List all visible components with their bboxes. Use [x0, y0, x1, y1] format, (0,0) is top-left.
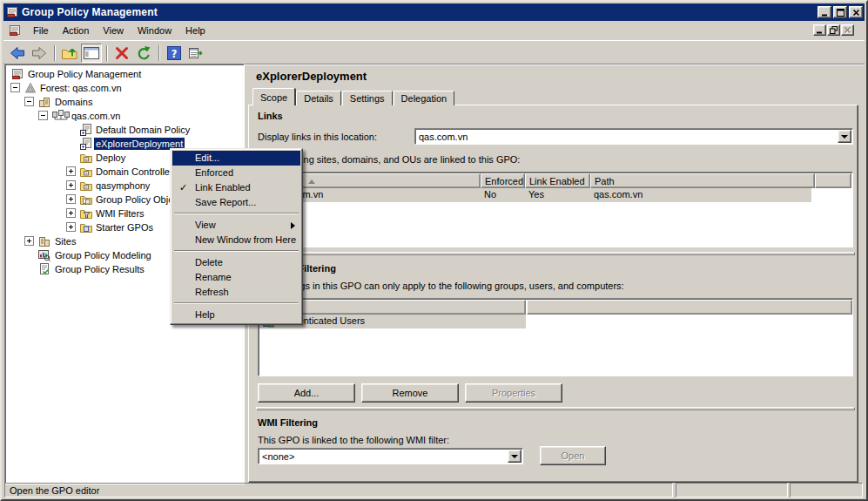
wmi-filter-combobox[interactable]: <none> — [258, 448, 523, 464]
ou-folder-icon — [80, 152, 92, 164]
show-console-tree-button[interactable] — [81, 44, 102, 63]
links-column-header-path[interactable]: Path — [590, 173, 815, 188]
menu-window[interactable]: Window — [131, 23, 178, 38]
menu-file[interactable]: File — [26, 23, 56, 38]
close-window-button[interactable] — [849, 6, 863, 18]
tree-item-forest-qas-com-vn[interactable]: Forest: qas.com.vn — [5, 81, 244, 95]
delete-icon — [113, 44, 131, 62]
toolbar-separator — [106, 45, 108, 61]
toolbar: ? — [3, 42, 865, 64]
links-cell: No — [484, 189, 496, 200]
expand-icon[interactable] — [66, 194, 76, 204]
context-menu-item-enforced[interactable]: Enforced — [172, 166, 300, 180]
ou-folder-icon — [80, 179, 92, 192]
up-one-level-button[interactable] — [59, 44, 80, 63]
expand-icon[interactable] — [24, 236, 34, 246]
links-column-header-enforced[interactable]: Enforced — [481, 173, 525, 188]
context-menu-item-link-enabled[interactable]: Link Enabled✓ — [172, 180, 300, 195]
add-button[interactable]: Add... — [258, 383, 355, 403]
context-menu-item-refresh[interactable]: Refresh — [172, 285, 300, 300]
gpo-folder-icon — [80, 193, 92, 206]
ou-folder-icon — [80, 166, 92, 178]
collapse-icon[interactable] — [10, 83, 20, 92]
details-pane: eXplorerDeployment ScopeDetailsSettingsD… — [246, 64, 864, 484]
context-menu-item-view[interactable]: View — [172, 218, 300, 233]
refresh-button[interactable] — [133, 44, 154, 63]
maximize-window-button[interactable] — [833, 6, 847, 18]
tab-scope[interactable]: Scope — [252, 88, 295, 105]
links-table-row[interactable]: qas.com.vnNoYesqas.com.vn — [259, 188, 851, 202]
title-bar[interactable]: Group Policy Management — [3, 3, 865, 21]
export-list-button[interactable] — [185, 44, 206, 63]
expand-icon[interactable] — [66, 180, 76, 190]
links-table[interactable]: EnforcedLink EnabledPathqas.com.vnNoYesq… — [258, 172, 853, 247]
forward-button[interactable] — [29, 44, 50, 63]
svg-text:?: ? — [172, 47, 178, 59]
remove-button[interactable]: Remove — [361, 383, 459, 403]
sites-icon — [38, 235, 50, 247]
security-column-header[interactable] — [527, 300, 852, 315]
gpo-link-icon — [80, 124, 92, 136]
tree-item-group-policy-management[interactable]: Group Policy Management — [5, 67, 244, 81]
tree-item-label: Sites — [53, 235, 77, 247]
menu-action[interactable]: Action — [56, 23, 97, 38]
tab-delegation[interactable]: Delegation — [394, 91, 455, 105]
checkmark-icon: ✓ — [179, 180, 187, 195]
link-location-combobox[interactable]: qas.com.vn — [414, 128, 853, 145]
expand-icon[interactable] — [66, 222, 76, 232]
export-list-icon — [187, 44, 205, 62]
security-filtering-table[interactable]: Authenticated Users — [258, 298, 853, 376]
expand-icon[interactable] — [66, 166, 76, 176]
starter-folder-icon — [80, 221, 92, 234]
help-button[interactable]: ? — [164, 44, 185, 63]
help-icon: ? — [165, 44, 183, 62]
up-one-level-icon — [61, 44, 78, 62]
gpmc-app-icon — [6, 6, 18, 18]
gpmc-window: Group Policy Management FileActionViewWi… — [0, 0, 868, 501]
tree-item-label: qas.com.vn — [70, 110, 122, 122]
links-column-header[interactable] — [815, 173, 851, 188]
minimize-window-button[interactable] — [818, 6, 831, 18]
chevron-down-icon[interactable] — [838, 130, 851, 143]
context-menu-item-delete[interactable]: Delete — [172, 255, 300, 270]
properties-button[interactable]: Properties — [465, 383, 562, 403]
back-button[interactable] — [7, 44, 28, 63]
child-close-button[interactable] — [841, 24, 854, 36]
gpmc-icon — [11, 68, 24, 80]
child-minimize-button[interactable] — [813, 24, 826, 36]
context-menu-item-rename[interactable]: Rename — [172, 270, 300, 285]
wmi-filtering-caption: This GPO is linked to the following WMI … — [258, 435, 449, 445]
open-button[interactable]: Open — [540, 446, 606, 465]
menu-help[interactable]: Help — [178, 23, 212, 38]
wmi-filtering-heading: WMI Filtering — [258, 417, 318, 428]
delete-button[interactable] — [111, 44, 132, 63]
menu-bar: FileActionViewWindowHelp — [3, 21, 865, 41]
collapse-icon[interactable] — [24, 97, 34, 106]
tree-item-default-domain-policy[interactable]: Default Domain Policy — [5, 123, 244, 137]
child-restore-button[interactable] — [827, 24, 840, 36]
tree-item-label: WMI Filters — [94, 207, 146, 220]
domains-icon — [38, 96, 50, 108]
console-doc-icon — [9, 24, 21, 37]
gpo-context-menu: Edit...EnforcedLink Enabled✓Save Report.… — [170, 148, 303, 325]
tab-settings[interactable]: Settings — [342, 91, 393, 105]
console-doc-icon — [9, 24, 21, 37]
status-text: Open the GPO editor — [4, 483, 673, 498]
context-menu-item-new-window-from-here[interactable]: New Window from Here — [172, 233, 300, 247]
tree-item-qas-com-vn[interactable]: qas.com.vn — [5, 109, 244, 123]
context-menu-item-edit-[interactable]: Edit... — [172, 151, 300, 166]
expand-icon[interactable] — [66, 208, 76, 218]
menu-view[interactable]: View — [96, 23, 131, 38]
collapse-icon[interactable] — [38, 111, 48, 120]
security-filtering-caption: The settings in this GPO can only apply … — [258, 281, 624, 291]
menu-separator — [174, 250, 299, 252]
context-menu-item-help[interactable]: Help — [172, 308, 300, 322]
tab-details[interactable]: Details — [296, 91, 341, 105]
app-icon — [6, 6, 18, 18]
tree-item-domains[interactable]: Domains — [5, 95, 244, 109]
security-table-row[interactable]: Authenticated Users — [259, 315, 851, 328]
chevron-down-icon[interactable] — [508, 450, 521, 463]
menu-separator — [174, 213, 299, 214]
links-column-header-link-enabled[interactable]: Link Enabled — [525, 173, 590, 188]
context-menu-item-save-report-[interactable]: Save Report... — [172, 195, 300, 210]
